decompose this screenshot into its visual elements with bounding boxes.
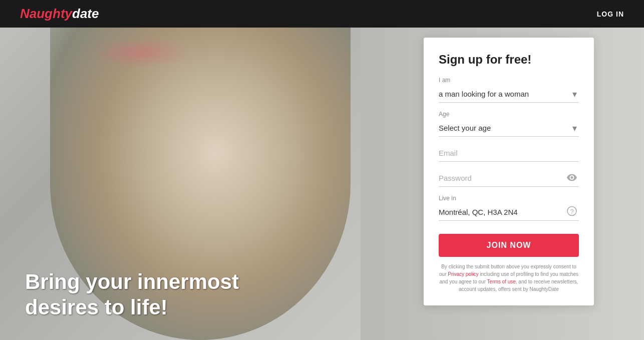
live-in-field-group: Live in ? [439,195,579,221]
password-input-wrapper [439,170,579,187]
logo-date: date [72,6,99,21]
hero-headline: Bring your innermost desires to life! [25,269,239,320]
header: Naughtydate LOG IN [0,0,644,28]
age-field-group: Age Select your age for(let i=18;i<=99;i… [439,111,579,137]
i-am-label: I am [439,77,579,84]
terms-of-use-link[interactable]: Terms of use [487,279,516,284]
privacy-policy-link[interactable]: Privacy policy [448,271,478,277]
i-am-select[interactable]: a man looking for a woman a woman lookin… [439,86,579,102]
hero-text: Bring your innermost desires to life! [25,269,239,320]
signup-title: Sign up for free! [439,53,579,67]
background: Bring your innermost desires to life! Si… [0,28,644,340]
password-input[interactable] [439,170,579,186]
password-eye-icon[interactable] [567,173,577,183]
login-button[interactable]: LOG IN [597,10,624,18]
i-am-field-group: I am a man looking for a woman a woman l… [439,77,579,103]
live-in-input[interactable] [439,204,579,220]
age-select[interactable]: Select your age for(let i=18;i<=99;i++) … [439,120,579,136]
live-in-label: Live in [439,195,579,202]
age-select-wrapper: Select your age for(let i=18;i<=99;i++) … [439,120,579,137]
bg-accent [90,38,190,68]
logo-naughty: Naughty [20,6,72,21]
disclaimer: By clicking the submit button above you … [439,263,579,293]
age-label: Age [439,111,579,118]
live-in-input-wrapper: ? [439,204,579,221]
live-in-help-icon[interactable]: ? [567,206,577,218]
signup-card: Sign up for free! I am a man looking for… [424,38,594,305]
email-input[interactable] [439,145,579,161]
svg-text:?: ? [570,207,573,215]
i-am-select-wrapper: a man looking for a woman a woman lookin… [439,86,579,103]
email-input-wrapper [439,145,579,162]
email-field-group [439,145,579,162]
password-field-group [439,170,579,187]
logo: Naughtydate [20,6,99,22]
join-now-button[interactable]: JOIN NOW [439,234,579,257]
